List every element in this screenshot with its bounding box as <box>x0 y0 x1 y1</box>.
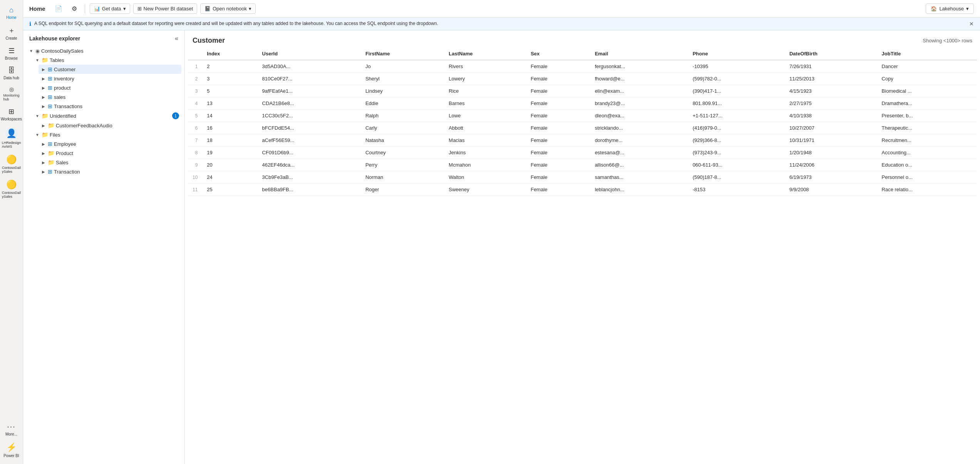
files-section[interactable]: ▼ 📁 Files <box>32 130 181 139</box>
save-icon: 📄 <box>55 5 62 12</box>
sales-file-folder-icon: 📁 <box>48 159 54 165</box>
data-table: Index UserId FirstName LastName Sex Emai… <box>188 48 977 196</box>
nav-item-powerbi[interactable]: ⚡ Power BI <box>0 439 23 461</box>
contoso2-icon: 🟡 <box>6 180 17 190</box>
powerbi-icon: ⚡ <box>6 442 17 452</box>
lhredesign-icon: 👤 <box>5 127 18 140</box>
new-dataset-button[interactable]: ⊞ New Power BI dataset <box>133 3 198 14</box>
cell-firstname: Courtney <box>361 147 444 159</box>
more-icon: ··· <box>7 422 16 431</box>
lakehouse-button[interactable]: 🏠 Lakehouse ▾ <box>926 3 974 14</box>
cell-email: samanthas... <box>590 171 688 184</box>
settings-icon: ⚙ <box>72 5 77 12</box>
cell-sex: Female <box>526 110 590 122</box>
settings-button[interactable]: ⚙ <box>69 3 80 14</box>
tree-item-transactions[interactable]: ▶ ⊞ Transactions <box>39 102 181 111</box>
monitoring-icon: ◎ <box>9 86 14 92</box>
customer-chevron: ▶ <box>41 67 46 72</box>
tree-item-inventory[interactable]: ▶ ⊞ inventory <box>39 74 181 83</box>
nav-item-workspaces[interactable]: ⊞ Workspaces <box>0 104 23 124</box>
transaction-file-chevron: ▶ <box>41 170 46 174</box>
save-button[interactable]: 📄 <box>52 3 65 14</box>
col-job: JobTitle <box>877 48 977 60</box>
cell-firstname: Sheryl <box>361 73 444 85</box>
tree-item-employee[interactable]: ▶ ⊞ Employee <box>39 139 181 149</box>
nav-item-more[interactable]: ··· More... <box>0 419 23 439</box>
open-notebook-button[interactable]: 📓 Open notebook ▾ <box>200 3 256 14</box>
nav-item-datahub[interactable]: 🗄 Data hub <box>0 63 23 83</box>
cell-firstname: Carly <box>361 122 444 134</box>
cell-index: 13 <box>202 97 257 110</box>
nav-item-contoso2[interactable]: 🟡 ContosoDailySales <box>0 177 23 202</box>
open-notebook-icon: 📓 <box>204 6 211 12</box>
nav-item-lhredesign[interactable]: 👤 LHRedesignAviWS <box>0 124 23 152</box>
tree-item-sales-file[interactable]: ▶ 📁 Sales <box>39 158 181 167</box>
cell-firstname: Jo <box>361 60 444 73</box>
cell-phone: +1-511-127... <box>688 110 785 122</box>
transactions-label: Transactions <box>54 103 179 109</box>
cell-job: Recruitmen... <box>877 134 977 147</box>
table-row: 8 19 CF091D6b9... Courtney Jenkins Femal… <box>188 147 977 159</box>
sales-file-label: Sales <box>56 160 179 165</box>
transaction-file-icon: ⊞ <box>48 169 52 175</box>
cell-index: 3 <box>202 73 257 85</box>
nav-item-datahub-label: Data hub <box>3 76 19 80</box>
cell-rownum: 3 <box>188 85 202 97</box>
col-email: Email <box>590 48 688 60</box>
cell-dob: 11/24/2006 <box>785 159 877 171</box>
explorer-body: ▼ ◉ ContosoDailySales ▼ 📁 Tables <box>23 47 184 464</box>
explorer-sidebar: Lakehouse explorer « ▼ ◉ ContosoDailySal… <box>23 30 185 464</box>
nav-item-home[interactable]: ⌂ Home <box>0 3 23 23</box>
cell-userid: bFCFDdE54... <box>258 122 361 134</box>
info-close-button[interactable]: ✕ <box>969 21 974 27</box>
inventory-label: inventory <box>54 76 179 82</box>
table-row: 6 16 bFCFDdE54... Carly Abbott Female st… <box>188 122 977 134</box>
unidentified-section[interactable]: ▼ 📁 Unidentified 1 <box>32 111 181 121</box>
workspace-root[interactable]: ▼ ◉ ContosoDailySales <box>26 47 181 55</box>
nav-item-create-label: Create <box>5 36 17 40</box>
tree-item-product-file[interactable]: ▶ 📁 Product <box>39 149 181 158</box>
nav-item-create[interactable]: ＋ Create <box>0 23 23 43</box>
cell-email: elin@exam... <box>590 85 688 97</box>
cell-job: Presenter, b... <box>877 110 977 122</box>
tree-item-sales[interactable]: ▶ ⊞ sales <box>39 92 181 102</box>
nav-item-monitoring-label: Monitoringhub <box>3 93 19 101</box>
nav-item-browse[interactable]: ☰ Browse <box>0 43 23 63</box>
cell-phone: (590)187-8... <box>688 171 785 184</box>
lakehouse-icon: 🏠 <box>931 6 937 12</box>
cell-phone: (973)243-9... <box>688 147 785 159</box>
nav-item-monitoring[interactable]: ◎ Monitoringhub <box>0 83 23 104</box>
browse-icon: ☰ <box>8 47 15 55</box>
tree-item-transaction-file[interactable]: ▶ ⊞ Transaction <box>39 167 181 176</box>
cell-index: 16 <box>202 122 257 134</box>
cell-dob: 10/27/2007 <box>785 122 877 134</box>
cell-rownum: 9 <box>188 159 202 171</box>
cell-firstname: Norman <box>361 171 444 184</box>
table-row: 11 25 be6BBa9FB... Roger Sweeney Female … <box>188 184 977 196</box>
cell-email: allison66@... <box>590 159 688 171</box>
nav-item-contoso1[interactable]: 🟡 ContosoDailySales <box>0 152 23 177</box>
data-table-container[interactable]: Index UserId FirstName LastName Sex Emai… <box>185 48 980 464</box>
info-icon: ℹ <box>29 21 31 27</box>
unidentified-badge: 1 <box>172 112 179 119</box>
table-row: 7 18 aCefF56E59... Natasha Macias Female… <box>188 134 977 147</box>
tree-item-product[interactable]: ▶ ⊞ product <box>39 83 181 92</box>
cell-rownum: 5 <box>188 110 202 122</box>
employee-chevron: ▶ <box>41 142 46 146</box>
cell-job: Accounting... <box>877 147 977 159</box>
tree-item-customerfeedback[interactable]: ▶ 📁 CustomerFeedbackAudio <box>39 121 181 130</box>
explorer-collapse-button[interactable]: « <box>175 35 178 42</box>
table-row: 5 14 1CC30c5F2... Ralph Lowe Female dleo… <box>188 110 977 122</box>
cell-job: Therapeutic... <box>877 122 977 134</box>
tree-item-customer[interactable]: ▶ ⊞ Customer ··· <box>39 65 181 74</box>
cell-sex: Female <box>526 97 590 110</box>
product-label: product <box>54 85 179 91</box>
cell-sex: Female <box>526 85 590 97</box>
cell-userid: 462EF46dca... <box>258 159 361 171</box>
tables-section[interactable]: ▼ 📁 Tables <box>32 55 181 65</box>
cell-index: 2 <box>202 60 257 73</box>
transactions-table-icon: ⊞ <box>48 103 52 109</box>
get-data-button[interactable]: 📊 Get data ▾ <box>90 3 130 14</box>
cell-rownum: 8 <box>188 147 202 159</box>
get-data-icon: 📊 <box>94 6 100 12</box>
